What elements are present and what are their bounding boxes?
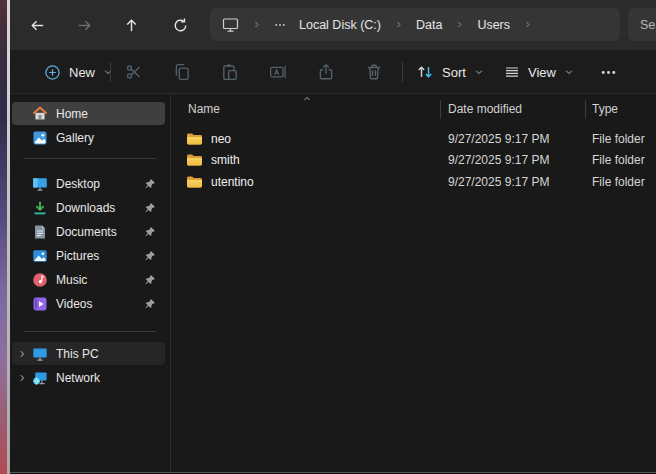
pin-icon [144,298,156,310]
pin-icon [144,202,156,214]
back-arrow-icon [29,17,46,34]
search-input[interactable] [628,18,656,32]
sidebar-item-downloads[interactable]: Downloads [12,196,165,219]
sidebar-item-gallery[interactable]: Gallery [12,126,165,149]
file-explorer-window: Local Disk (C:) Data Users [10,0,656,473]
breadcrumb-item-data[interactable]: Data [416,18,442,32]
view-button[interactable]: View [496,56,582,88]
address-bar[interactable]: Local Disk (C:) Data Users [210,8,620,41]
copy-icon [173,63,191,81]
file-row-neo[interactable]: neo 9/27/2025 9:17 PM File folder [172,128,656,149]
sidebar-item-desktop[interactable]: Desktop [12,172,165,195]
new-button-label: New [69,65,95,80]
file-name: smith [211,153,240,167]
desktop-wallpaper-sliver [0,0,7,474]
pin-icon [144,274,156,286]
documents-icon [32,224,49,240]
chevron-right-icon [394,19,403,30]
downloads-icon [32,200,49,216]
chevron-right-icon [523,19,532,30]
sidebar-item-label: Desktop [56,177,100,191]
toolbar-separator [402,62,403,82]
up-button[interactable] [117,11,145,39]
sort-ascending-icon [302,94,312,103]
refresh-button[interactable] [166,11,194,39]
sidebar-item-pictures[interactable]: Pictures [12,244,165,267]
toolbar-separator [110,62,111,82]
file-type: File folder [592,150,645,171]
network-icon [32,370,49,386]
sidebar-separator [24,158,156,159]
up-arrow-icon [123,17,140,34]
desktop-icon [32,176,49,192]
file-type: File folder [592,128,645,149]
sidebar-item-label: Home [56,107,88,121]
file-row-utentino[interactable]: utentino 9/27/2025 9:17 PM File folder [172,171,656,192]
column-header-name[interactable]: Name [188,102,220,116]
sidebar-item-music[interactable]: Music [12,268,165,291]
column-header-type[interactable]: Type [592,102,618,116]
computer-icon [32,346,49,362]
column-header-date-modified[interactable]: Date modified [448,102,522,116]
home-icon [32,106,49,122]
sort-arrows-icon [416,64,434,80]
back-button[interactable] [23,11,51,39]
view-list-icon [504,64,520,80]
breadcrumb-item-users[interactable]: Users [477,18,510,32]
delete-button[interactable] [354,56,394,88]
screenshot-root: Local Disk (C:) Data Users [0,0,656,474]
expand-chevron-icon[interactable] [12,373,32,383]
paste-icon [221,63,239,81]
sidebar-item-label: Videos [56,297,92,311]
navigation-pane: Home Gallery Desktop [10,94,171,472]
sidebar-item-this-pc[interactable]: This PC [12,342,165,365]
chevron-right-icon [252,19,261,30]
pin-icon [144,226,156,238]
plus-circle-icon [44,64,61,81]
breadcrumb-item-drive[interactable]: Local Disk (C:) [299,18,381,32]
command-bar: New [10,50,656,94]
folder-icon [186,153,203,167]
sidebar-item-videos[interactable]: Videos [12,292,165,315]
gallery-icon [32,130,49,146]
sidebar-item-label: Gallery [56,131,94,145]
see-more-button[interactable] [588,56,628,88]
sidebar-item-label: Documents [56,225,117,239]
cut-button[interactable] [114,56,154,88]
file-name: utentino [211,175,254,189]
rename-button[interactable] [258,56,298,88]
copy-button[interactable] [162,56,202,88]
sidebar-item-network[interactable]: Network [12,366,165,389]
pin-icon [144,250,156,262]
chevron-down-icon [474,67,484,77]
pictures-icon [32,248,49,264]
sidebar-separator [24,331,156,332]
file-list-pane: Name Date modified Type neo [172,94,656,472]
folder-icon [186,175,203,189]
sidebar-item-home[interactable]: Home [12,102,165,125]
file-date-modified: 9/27/2025 9:17 PM [448,128,549,149]
paste-button[interactable] [210,56,250,88]
music-icon [32,272,49,288]
sort-button-label: Sort [442,65,466,80]
expand-chevron-icon[interactable] [12,349,32,359]
breadcrumb-overflow-button[interactable] [274,19,286,31]
column-separator[interactable] [585,100,586,119]
cut-icon [125,63,143,81]
sort-button[interactable]: Sort [408,56,492,88]
sidebar-item-documents[interactable]: Documents [12,220,165,243]
share-button[interactable] [306,56,346,88]
this-pc-icon[interactable] [222,16,239,33]
search-box[interactable] [628,8,656,41]
videos-icon [32,296,49,312]
file-row-smith[interactable]: smith 9/27/2025 9:17 PM File folder [172,150,656,171]
forward-button[interactable] [70,11,98,39]
see-more-icon [600,64,617,81]
share-icon [317,63,335,81]
chevron-down-icon [103,67,113,77]
forward-arrow-icon [76,17,93,34]
chevron-right-icon [455,19,464,30]
sidebar-item-label: Downloads [56,201,115,215]
column-separator[interactable] [440,100,441,119]
file-type: File folder [592,171,645,192]
